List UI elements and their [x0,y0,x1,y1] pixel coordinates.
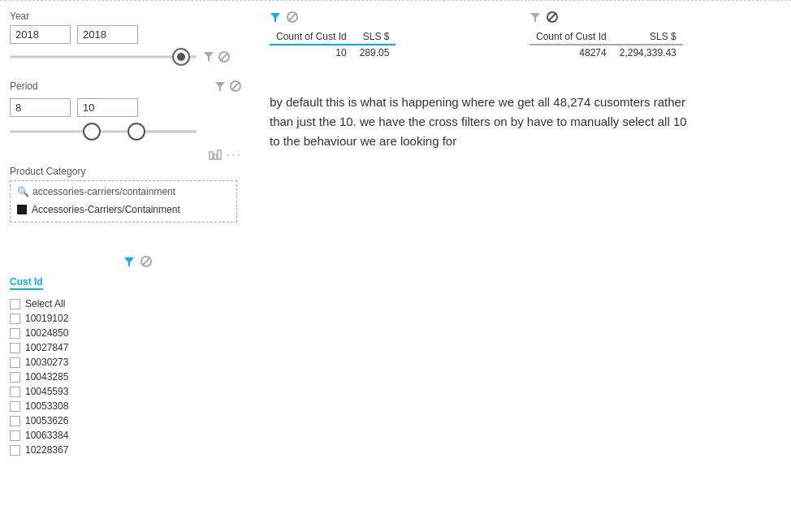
checkbox-6[interactable] [10,401,20,412]
list-item[interactable]: 10030273 [10,355,250,370]
cust-filter-funnel-icon[interactable] [123,256,135,270]
category-item-label: Accessories-Carriers/Containment [32,204,180,215]
all-table-funnel-icon[interactable] [529,11,541,25]
filtered-table-filter-row [270,11,400,26]
cust-no-filter-icon[interactable] [140,255,153,270]
list-item[interactable]: 10045593 [10,384,250,399]
select-all-item[interactable]: Select All [10,296,250,311]
year-end-input[interactable] [77,25,138,44]
filtered-col2-header: SLS $ [353,29,396,45]
period-slider-thumb-left[interactable] [83,123,101,141]
checkbox-5[interactable] [10,387,20,397]
chart-icon[interactable] [209,149,222,162]
list-item[interactable]: 10063384 [10,428,250,443]
svg-marker-12 [270,13,280,22]
svg-marker-9 [124,257,134,266]
checkbox-7[interactable] [10,416,20,426]
period-end-input[interactable] [77,98,138,117]
cust-id-value-7: 10053626 [25,415,68,426]
svg-line-14 [288,13,296,21]
cust-id-value-5: 10045593 [25,386,68,397]
year-slider-thumb[interactable] [172,48,190,66]
cust-id-value-1: 10024850 [25,327,68,339]
list-item[interactable]: 10024850 [10,326,250,340]
cust-filter-section: Cust Id Select All 10019102 10024850 [10,255,250,457]
right-panel: Count of Cust Id SLS $ 10 289.05 [260,7,791,461]
cust-id-label: Cust Id [10,276,43,290]
checkbox-2[interactable] [10,343,20,353]
year-start-input[interactable] [10,25,71,44]
cust-id-value-8: 10063384 [25,430,68,441]
dots-icon[interactable]: ··· [227,148,242,162]
checkbox-8[interactable] [10,430,20,441]
svg-marker-3 [215,82,225,91]
year-inputs [10,25,250,44]
select-all-checkbox[interactable] [10,299,20,309]
period-slider-thumb-right[interactable] [128,123,145,141]
checkbox-4[interactable] [10,372,20,383]
svg-line-11 [142,257,150,266]
chart-icon-row: ··· [10,148,250,162]
category-item: Accessories-Carriers/Containment [17,202,230,217]
svg-line-17 [548,13,556,21]
checkbox-3[interactable] [10,357,20,368]
category-color-swatch [17,205,27,214]
period-label: Period [10,80,38,92]
svg-line-2 [220,53,228,61]
list-item[interactable]: 10053308 [10,399,250,413]
period-inputs [10,98,250,117]
filtered-data-table: Count of Cust Id SLS $ 10 289.05 [270,29,396,60]
svg-marker-0 [204,52,214,61]
svg-line-5 [231,82,240,90]
cust-id-value-6: 10053308 [25,400,68,412]
product-search-input[interactable] [32,186,211,197]
all-table-filter-row [529,11,683,26]
list-item[interactable]: 10053626 [10,413,250,428]
filtered-table-funnel-icon[interactable] [270,11,281,25]
filtered-col1-header: Count of Cust Id [270,29,353,45]
year-filter-icon[interactable] [203,50,214,64]
period-start-input[interactable] [10,98,71,117]
all-row1-col2: 2,294,339.43 [613,45,683,60]
filtered-table: Count of Cust Id SLS $ 10 289.05 [270,11,400,60]
tables-row: Count of Cust Id SLS $ 10 289.05 [270,11,781,60]
svg-marker-15 [530,13,540,22]
cust-id-value-0: 10019102 [25,313,68,324]
checkbox-1[interactable] [10,328,20,339]
list-item[interactable]: 10043285 [10,370,250,384]
checkbox-0[interactable] [10,314,20,324]
product-search-row: 🔍 [17,186,230,197]
checkbox-9[interactable] [10,445,20,456]
period-section: Period [10,80,250,141]
all-table: Count of Cust Id SLS $ 48274 2,294,339.4… [529,11,683,60]
all-data-table: Count of Cust Id SLS $ 48274 2,294,339.4… [529,29,683,60]
year-no-filter-icon[interactable] [218,50,231,63]
period-no-filter-icon[interactable] [229,80,242,95]
cust-id-value-9: 10228367 [25,444,68,456]
product-category-container: 🔍 Accessories-Carriers/Containment [10,180,237,223]
product-category-label: Product Category [10,166,250,177]
all-row1-col1: 48274 [529,45,613,60]
svg-rect-6 [210,152,213,159]
cust-id-value-4: 10043285 [25,371,68,383]
filtered-row1-col1: 10 [270,45,353,60]
list-item[interactable]: 10019102 [10,311,250,326]
filtered-row1-col2: 289.05 [353,45,396,60]
period-filter-icon[interactable] [214,80,226,94]
table-row: 10 289.05 [270,45,396,60]
explanation-text: by default this is what is happening whe… [270,93,692,151]
all-col2-header: SLS $ [613,29,683,45]
cust-id-value-2: 10027847 [25,342,68,353]
all-table-no-filter-icon[interactable] [546,11,559,26]
select-all-label: Select All [25,298,65,309]
search-icon: 🔍 [17,186,29,197]
list-item[interactable]: 10027847 [10,340,250,355]
all-col1-header: Count of Cust Id [529,29,613,45]
left-panel: Year [0,7,260,461]
svg-rect-7 [214,154,217,159]
list-item[interactable]: 10228367 [10,443,250,457]
cust-id-value-3: 10030273 [25,357,68,368]
year-label: Year [10,11,250,22]
table-row: 48274 2,294,339.43 [529,45,683,60]
filtered-table-no-filter-icon[interactable] [286,11,299,26]
